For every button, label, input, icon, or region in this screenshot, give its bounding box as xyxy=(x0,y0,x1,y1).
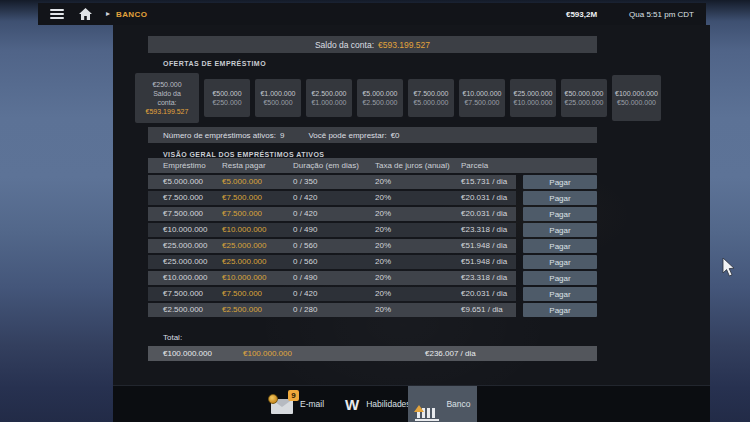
pay-button[interactable]: Pagar xyxy=(523,303,597,317)
pay-button[interactable]: Pagar xyxy=(523,175,597,189)
pay-button[interactable]: Pagar xyxy=(523,191,597,205)
offer-sub-amount: €500.000 xyxy=(263,98,292,107)
loan-duration: 0 / 420 xyxy=(293,191,317,205)
loan-remaining: €10.000.000 xyxy=(222,271,267,285)
loan-offer-card[interactable]: €2.500.000 €1.000.000 xyxy=(306,79,352,117)
loan-duration: 0 / 420 xyxy=(293,207,317,221)
offer-sub-amount: €50.000.000 xyxy=(617,98,656,107)
loan-row: €7.500.000 €7.500.000 0 / 420 20% €20.03… xyxy=(148,191,597,205)
offer-balance-label: conta: xyxy=(157,98,176,107)
coin-icon xyxy=(268,394,278,404)
loan-row: €7.500.000 €7.500.000 0 / 420 20% €20.03… xyxy=(148,207,597,221)
offer-sub-amount: €2.500.000 xyxy=(362,98,397,107)
total-label: Total: xyxy=(163,333,182,342)
offer-sub-amount: €7.500.000 xyxy=(464,98,499,107)
loan-remaining: €25.000.000 xyxy=(222,239,267,253)
loan-duration: 0 / 350 xyxy=(293,175,317,189)
loan-interest: 20% xyxy=(375,303,391,317)
loan-row: €25.000.000 €25.000.000 0 / 560 20% €51.… xyxy=(148,239,597,253)
can-borrow-label: Você pode emprestar: xyxy=(308,131,386,140)
loan-amount: €7.500.000 xyxy=(163,191,203,205)
col-interest: Taxa de juros (anual) xyxy=(375,158,450,173)
loan-row: €5.000.000 €5.000.000 0 / 350 20% €15.73… xyxy=(148,175,597,189)
col-loan: Empréstimo xyxy=(163,158,206,173)
loan-remaining: €10.000.000 xyxy=(222,223,267,237)
loan-row: €7.500.000 €7.500.000 0 / 420 20% €20.03… xyxy=(148,287,597,301)
loan-remaining: €7.500.000 xyxy=(222,207,262,221)
loan-installment: €23.318 / dia xyxy=(461,223,507,237)
loan-row: €10.000.000 €10.000.000 0 / 490 20% €23.… xyxy=(148,271,597,285)
can-borrow-value: €0 xyxy=(391,131,400,140)
offer-sub-amount: €25.000.000 xyxy=(565,98,604,107)
loan-installment: €51.948 / dia xyxy=(461,239,507,253)
breadcrumb-banco[interactable]: BANCO xyxy=(116,10,147,19)
loan-interest: 20% xyxy=(375,271,391,285)
loan-offer-card[interactable]: €1.000.000 €500.000 xyxy=(255,79,301,117)
loan-amount: €5.000.000 xyxy=(163,175,203,189)
home-icon[interactable] xyxy=(79,8,92,20)
total-remaining: €100.000.000 xyxy=(243,346,292,361)
loan-amount: €2.500.000 xyxy=(163,303,203,317)
pay-button[interactable]: Pagar xyxy=(523,271,597,285)
active-loans-label: Número de empréstimos ativos: xyxy=(163,131,276,140)
total-row: €100.000.000 €100.000.000 €236.007 / dia xyxy=(148,346,597,361)
offer-amount: €25.000.000 xyxy=(514,89,553,98)
tab-email-label: E-mail xyxy=(300,399,324,409)
loan-offers: €250.000 Saldo da conta: €593.199.527 €5… xyxy=(135,73,661,123)
loan-duration: 0 / 280 xyxy=(293,303,317,317)
loan-offer-card[interactable]: €25.000.000 €10.000.000 xyxy=(510,79,556,117)
offer-amount: €1.000.000 xyxy=(260,89,295,98)
loan-offer-card[interactable]: €250.000 Saldo da conta: €593.199.527 xyxy=(135,73,199,123)
loan-offer-card[interactable]: €7.500.000 €5.000.000 xyxy=(408,79,454,117)
offer-amount: €500.000 xyxy=(212,89,241,98)
balance-value: €593.199.527 xyxy=(378,40,430,50)
offer-balance-label: Saldo da xyxy=(153,89,181,98)
col-remaining: Resta pagar xyxy=(222,158,266,173)
pay-button[interactable]: Pagar xyxy=(523,207,597,221)
balance-label: Saldo da conta: xyxy=(315,40,374,50)
loan-interest: 20% xyxy=(375,255,391,269)
loan-offer-card[interactable]: €5.000.000 €2.500.000 xyxy=(357,79,403,117)
total-installment: €236.007 / dia xyxy=(425,346,476,361)
offer-sub-amount: €10.000.000 xyxy=(514,98,553,107)
loan-offer-card[interactable]: €500.000 €250.000 xyxy=(204,79,250,117)
loan-remaining: €25.000.000 xyxy=(222,255,267,269)
loan-row: €25.000.000 €25.000.000 0 / 560 20% €51.… xyxy=(148,255,597,269)
loan-remaining: €7.500.000 xyxy=(222,287,262,301)
game-screen: ▸ BANCO €593,2M Qua 5:51 pm CDT Saldo da… xyxy=(0,0,750,422)
loan-amount: €7.500.000 xyxy=(163,287,203,301)
breadcrumb-arrow-icon: ▸ xyxy=(106,10,110,18)
tab-banco-label: Banco xyxy=(446,399,470,409)
loan-remaining: €2.500.000 xyxy=(222,303,262,317)
loan-installment: €23.318 / dia xyxy=(461,271,507,285)
tab-email[interactable]: 9 E-mail xyxy=(271,386,324,422)
datetime: Qua 5:51 pm CDT xyxy=(629,10,694,19)
tab-habilidades[interactable]: W Habilidades xyxy=(345,386,411,422)
loan-duration: 0 / 490 xyxy=(293,223,317,237)
menu-icon[interactable] xyxy=(50,9,64,19)
loan-offer-card[interactable]: €10.000.000 €7.500.000 xyxy=(459,79,505,117)
loan-interest: 20% xyxy=(375,207,391,221)
pay-button[interactable]: Pagar xyxy=(523,255,597,269)
offer-amount: €7.500.000 xyxy=(413,89,448,98)
loan-offer-card[interactable]: €50.000.000 €25.000.000 xyxy=(561,79,607,117)
loans-summary-bar: Número de empréstimos ativos: 9 Você pod… xyxy=(148,127,597,143)
tab-banco[interactable]: Banco xyxy=(408,386,477,422)
loan-amount: €7.500.000 xyxy=(163,207,203,221)
loan-installment: €20.031 / dia xyxy=(461,207,507,221)
pay-button[interactable]: Pagar xyxy=(523,287,597,301)
loan-interest: 20% xyxy=(375,287,391,301)
email-badge: 9 xyxy=(288,390,299,401)
bank-icon xyxy=(414,388,440,421)
offer-sub-amount: €5.000.000 xyxy=(413,98,448,107)
pay-button[interactable]: Pagar xyxy=(523,223,597,237)
money-balance: €593,2M xyxy=(566,10,597,19)
loan-offer-card[interactable]: €100.000.000 €50.000.000 xyxy=(612,75,661,121)
offer-amount: €5.000.000 xyxy=(362,89,397,98)
topbar: ▸ BANCO €593,2M Qua 5:51 pm CDT xyxy=(38,3,706,25)
total-loan: €100.000.000 xyxy=(163,346,212,361)
mouse-cursor xyxy=(722,258,736,282)
loan-amount: €10.000.000 xyxy=(163,271,208,285)
pay-button[interactable]: Pagar xyxy=(523,239,597,253)
bank-panel: Saldo da conta: €593.199.527 OFERTAS DE … xyxy=(113,25,710,422)
